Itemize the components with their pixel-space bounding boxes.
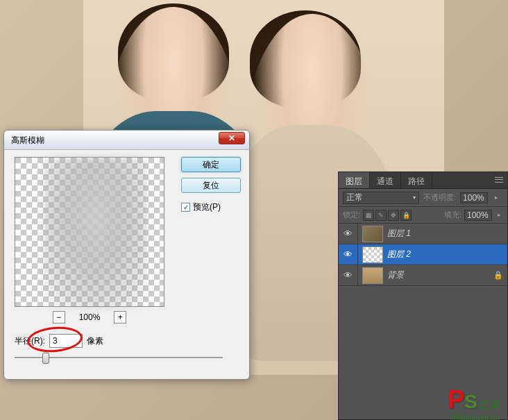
- blend-mode-select[interactable]: 正常 ▾: [343, 192, 419, 204]
- dialog-titlebar[interactable]: 高斯模糊 ✕: [4, 131, 249, 150]
- lock-row: 锁定: ▦ ✎ ✥ 🔒 填充: 100% ▸: [339, 207, 507, 224]
- fill-label: 填充:: [444, 210, 462, 220]
- visibility-toggle[interactable]: 👁: [339, 265, 358, 285]
- fill-input[interactable]: 100%: [464, 210, 492, 221]
- close-button[interactable]: ✕: [219, 132, 245, 144]
- layer-item[interactable]: 👁 图层 1: [339, 224, 507, 244]
- tab-paths[interactable]: 路径: [401, 172, 432, 188]
- preview-checkbox[interactable]: ✓: [181, 203, 190, 212]
- opacity-label: 不透明度:: [423, 192, 456, 203]
- visibility-toggle[interactable]: 👁: [339, 224, 358, 244]
- layer-name[interactable]: 背景: [387, 269, 493, 281]
- dialog-title: 高斯模糊: [11, 135, 44, 145]
- radius-slider[interactable]: [15, 351, 223, 364]
- zoom-out-button[interactable]: −: [53, 311, 65, 324]
- slider-thumb[interactable]: [42, 353, 49, 364]
- opacity-input[interactable]: 100%: [460, 192, 488, 203]
- preview-checkbox-row: ✓ 预览(P): [181, 201, 241, 213]
- reset-button[interactable]: 复位: [181, 178, 241, 193]
- lock-buttons: ▦ ✎ ✥ 🔒: [363, 210, 412, 221]
- layer-name[interactable]: 图层 1: [387, 228, 507, 240]
- radius-unit: 像素: [87, 335, 103, 347]
- chevron-down-icon: ▾: [413, 194, 416, 201]
- lock-icon: 🔒: [493, 271, 507, 280]
- blend-row: 正常 ▾ 不透明度: 100% ▸: [339, 189, 507, 207]
- lock-paint-icon[interactable]: ✎: [375, 210, 387, 221]
- lock-label: 锁定:: [343, 210, 360, 220]
- layer-name[interactable]: 图层 2: [387, 249, 507, 260]
- zoom-in-button[interactable]: +: [114, 311, 126, 324]
- watermark-url: Phome.com.cn: [453, 414, 500, 420]
- preview-box[interactable]: [15, 157, 164, 307]
- layer-thumbnail[interactable]: [362, 226, 383, 242]
- layer-item[interactable]: 👁 背景 🔒: [339, 265, 507, 286]
- close-icon: ✕: [228, 133, 235, 143]
- fill-arrow-icon[interactable]: ▸: [495, 212, 503, 218]
- layer-item[interactable]: 👁 图层 2: [339, 244, 507, 265]
- panel-menu-icon[interactable]: [493, 175, 505, 185]
- watermark-p: P: [448, 385, 464, 414]
- zoom-value: 100%: [79, 312, 101, 322]
- zoom-controls: − 100% +: [15, 311, 164, 324]
- layer-thumbnail[interactable]: [362, 267, 383, 284]
- layers-panel: 图层 通道 路径 正常 ▾ 不透明度: 100% ▸ 锁定: ▦ ✎ ✥ 🔒 填…: [338, 171, 508, 420]
- watermark-s: S: [464, 391, 477, 413]
- visibility-toggle[interactable]: 👁: [339, 244, 358, 264]
- preview-label: 预览(P): [193, 201, 221, 213]
- opacity-arrow-icon[interactable]: ▸: [492, 194, 500, 201]
- layer-thumbnail[interactable]: [362, 246, 383, 263]
- tab-channels[interactable]: 通道: [370, 172, 401, 188]
- dialog-buttons: 确定 复位 ✓ 预览(P): [181, 157, 241, 213]
- ok-button[interactable]: 确定: [181, 157, 241, 172]
- preview-content: [43, 158, 147, 308]
- panel-tabs: 图层 通道 路径: [339, 172, 507, 189]
- annotation-circle: [26, 325, 84, 355]
- watermark: P S 之家: [448, 385, 501, 414]
- dialog-body: − 100% + 半径(R): 像素 确定 复位 ✓ 预览(P): [4, 150, 249, 379]
- watermark-text: 之家: [479, 398, 501, 412]
- lock-all-icon[interactable]: 🔒: [400, 210, 412, 221]
- lock-transparency-icon[interactable]: ▦: [363, 210, 374, 221]
- tab-layers[interactable]: 图层: [339, 172, 370, 188]
- gaussian-blur-dialog: 高斯模糊 ✕ − 100% + 半径(R): 像素 确定 复位 ✓ 预: [3, 130, 250, 380]
- lock-position-icon[interactable]: ✥: [388, 210, 399, 221]
